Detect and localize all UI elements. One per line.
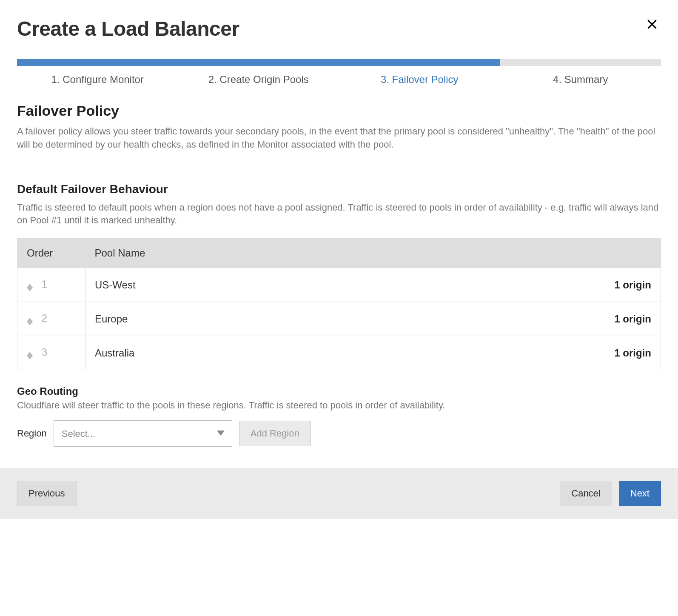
modal-footer: Previous Cancel Next xyxy=(0,468,678,519)
pool-name: US-West xyxy=(95,279,136,291)
reorder-handle-icon[interactable] xyxy=(27,352,33,359)
region-select-wrapper: Select... xyxy=(54,420,232,447)
col-header-pool-name: Pool Name xyxy=(85,239,661,268)
region-row: Region Select... Add Region xyxy=(17,420,661,447)
default-behaviour-title: Default Failover Behaviour xyxy=(17,183,661,196)
pool-name: Europe xyxy=(95,313,128,325)
reorder-handle-icon[interactable] xyxy=(27,284,33,291)
divider xyxy=(17,167,661,167)
svg-marker-6 xyxy=(27,352,33,356)
origin-count: 1 origin xyxy=(614,313,651,325)
create-lb-modal: Create a Load Balancer 1. Configure Moni… xyxy=(0,0,678,519)
failover-description: A failover policy allows you steer traff… xyxy=(17,125,661,151)
previous-button[interactable]: Previous xyxy=(17,481,77,506)
region-label: Region xyxy=(17,428,47,439)
pool-table: Order Pool Name 1 US-West 1 origi xyxy=(17,238,661,370)
default-behaviour-section: Default Failover Behaviour Traffic is st… xyxy=(17,183,661,447)
default-behaviour-description: Traffic is steered to default pools when… xyxy=(17,201,661,228)
next-button[interactable]: Next xyxy=(619,481,661,506)
origin-count: 1 origin xyxy=(614,347,651,359)
svg-marker-7 xyxy=(27,356,33,359)
table-row: 3 Australia 1 origin xyxy=(17,336,661,370)
failover-section: Failover Policy A failover policy allows… xyxy=(17,103,661,151)
geo-routing-title: Geo Routing xyxy=(17,385,661,397)
step-create-origin-pools[interactable]: 2. Create Origin Pools xyxy=(178,74,339,86)
step-summary[interactable]: 4. Summary xyxy=(500,74,661,86)
cancel-button[interactable]: Cancel xyxy=(560,481,612,506)
progress-bar-fill xyxy=(17,59,500,66)
svg-marker-2 xyxy=(27,284,33,288)
geo-routing-description: Cloudflare will steer traffic to the poo… xyxy=(17,400,661,411)
progress-bar xyxy=(17,59,661,66)
col-header-order: Order xyxy=(17,239,85,268)
order-number: 3 xyxy=(42,346,47,358)
region-select[interactable]: Select... xyxy=(54,420,232,447)
add-region-button[interactable]: Add Region xyxy=(239,421,311,446)
modal-title: Create a Load Balancer xyxy=(17,17,239,40)
order-number: 1 xyxy=(42,278,47,290)
close-icon[interactable] xyxy=(643,17,661,34)
step-failover-policy[interactable]: 3. Failover Policy xyxy=(339,74,500,86)
svg-marker-3 xyxy=(27,288,33,291)
reorder-handle-icon[interactable] xyxy=(27,318,33,325)
modal-header: Create a Load Balancer xyxy=(17,17,661,40)
wizard-steps: 1. Configure Monitor 2. Create Origin Po… xyxy=(17,74,661,86)
pool-name: Australia xyxy=(95,347,134,359)
failover-title: Failover Policy xyxy=(17,103,661,119)
table-row: 1 US-West 1 origin xyxy=(17,268,661,302)
svg-marker-5 xyxy=(27,322,33,325)
step-configure-monitor[interactable]: 1. Configure Monitor xyxy=(17,74,178,86)
origin-count: 1 origin xyxy=(614,279,651,291)
order-number: 2 xyxy=(42,312,47,324)
table-row: 2 Europe 1 origin xyxy=(17,302,661,336)
svg-marker-4 xyxy=(27,318,33,322)
